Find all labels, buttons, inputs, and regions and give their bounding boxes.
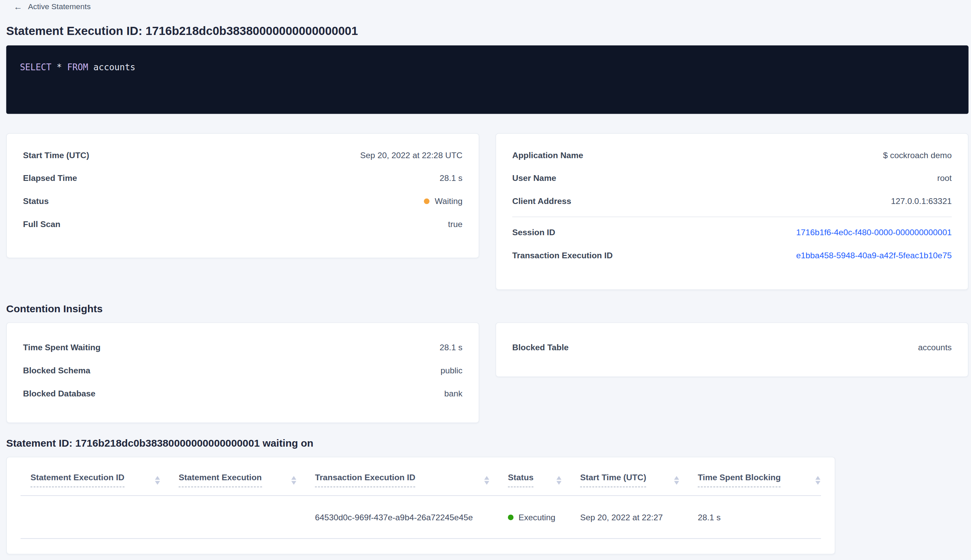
executing-status-dot-icon bbox=[508, 514, 514, 520]
sort-icon bbox=[674, 476, 679, 485]
contention-details-card: Time Spent Waiting 28.1 s Blocked Schema… bbox=[6, 322, 479, 423]
sort-icon bbox=[291, 476, 296, 485]
row-blocked-database: Blocked Database bank bbox=[7, 382, 479, 405]
cell-start-time: Sep 20, 2022 at 22:27 bbox=[580, 512, 698, 522]
contention-cards-row: Time Spent Waiting 28.1 s Blocked Schema… bbox=[6, 322, 968, 423]
row-start-time: Start Time (UTC) Sep 20, 2022 at 22:28 U… bbox=[7, 143, 479, 167]
row-label: Start Time (UTC) bbox=[23, 151, 89, 160]
cell-transaction-execution-id: 64530d0c-969f-437e-a9b4-26a72245e45e bbox=[315, 512, 508, 522]
row-label: Application Name bbox=[512, 151, 583, 160]
statement-id: 1716b218dc0b38380000000000000001 bbox=[75, 437, 260, 449]
session-details-card: Application Name $ cockroach demo User N… bbox=[496, 133, 968, 290]
waiting-status-dot-icon bbox=[424, 198, 430, 204]
cell-status: Executing bbox=[508, 512, 580, 522]
row-value: public bbox=[440, 366, 462, 375]
column-label: Time Spent Blocking bbox=[698, 473, 781, 487]
table-row-border bbox=[20, 538, 821, 539]
column-label: Statement Execution bbox=[179, 473, 262, 487]
column-label: Status bbox=[508, 473, 534, 487]
back-link-active-statements[interactable]: ← Active Statements bbox=[13, 2, 968, 13]
row-value: $ cockroach demo bbox=[883, 151, 952, 160]
heading-prefix: Statement ID: bbox=[6, 437, 75, 449]
row-elapsed-time: Elapsed Time 28.1 s bbox=[7, 167, 479, 190]
sql-text: * bbox=[51, 62, 67, 72]
row-label: Status bbox=[23, 197, 49, 206]
sql-text: accounts bbox=[88, 62, 135, 72]
sql-statement-box: SELECT * FROM accounts bbox=[6, 45, 968, 114]
page-title: Statement Execution ID: 1716b218dc0b3838… bbox=[6, 24, 968, 37]
column-label: Statement Execution ID bbox=[30, 473, 124, 487]
transaction-execution-id-link[interactable]: e1bba458-5948-40a9-a42f-5feac1b10e75 bbox=[796, 251, 952, 260]
row-label: User Name bbox=[512, 173, 556, 183]
row-client-address: Client Address 127.0.0.1:63321 bbox=[496, 190, 968, 213]
column-header-start-time[interactable]: Start Time (UTC) bbox=[580, 473, 698, 487]
row-transaction-execution-id: Transaction Execution ID e1bba458-5948-4… bbox=[496, 244, 968, 267]
status-value: Waiting bbox=[424, 197, 462, 206]
row-label: Client Address bbox=[512, 197, 571, 206]
row-value: accounts bbox=[918, 343, 952, 352]
status-text: Waiting bbox=[435, 197, 463, 206]
row-user-name: User Name root bbox=[496, 167, 968, 190]
row-value: 28.1 s bbox=[440, 173, 462, 183]
row-label: Elapsed Time bbox=[23, 173, 77, 183]
waiting-on-heading: Statement ID: 1716b218dc0b38380000000000… bbox=[6, 437, 968, 449]
row-label: Transaction Execution ID bbox=[512, 251, 613, 260]
row-blocked-schema: Blocked Schema public bbox=[7, 359, 479, 382]
table-header-row: Statement Execution ID Statement Executi… bbox=[7, 457, 834, 495]
statement-overview-card: Start Time (UTC) Sep 20, 2022 at 22:28 U… bbox=[6, 133, 479, 258]
column-header-statement-execution-id[interactable]: Statement Execution ID bbox=[30, 473, 179, 487]
waiting-statements-table: Statement Execution ID Statement Executi… bbox=[6, 457, 835, 555]
contention-insights-heading: Contention Insights bbox=[6, 303, 968, 314]
back-arrow-icon: ← bbox=[13, 2, 22, 11]
overview-cards-row: Start Time (UTC) Sep 20, 2022 at 22:28 U… bbox=[6, 133, 968, 290]
cell-time-spent-blocking: 28.1 s bbox=[698, 512, 834, 522]
row-label: Session ID bbox=[512, 228, 556, 237]
row-full-scan: Full Scan true bbox=[7, 213, 479, 236]
row-session-id: Session ID 1716b1f6-4e0c-f480-0000-00000… bbox=[496, 221, 968, 244]
row-value: Sep 20, 2022 at 22:28 UTC bbox=[360, 151, 462, 160]
page-content: ← Active Statements Statement Execution … bbox=[0, 0, 969, 554]
blocked-table-card: Blocked Table accounts bbox=[496, 322, 968, 377]
row-status: Status Waiting bbox=[7, 190, 479, 213]
card-divider bbox=[512, 217, 952, 217]
row-application-name: Application Name $ cockroach demo bbox=[496, 143, 968, 167]
row-label: Time Spent Waiting bbox=[23, 343, 100, 352]
column-label: Start Time (UTC) bbox=[580, 473, 646, 487]
row-value: root bbox=[938, 173, 952, 183]
row-blocked-table: Blocked Table accounts bbox=[496, 336, 968, 359]
table-row: 64530d0c-969f-437e-a9b4-26a72245e45e Exe… bbox=[7, 496, 834, 538]
column-header-time-spent-blocking[interactable]: Time Spent Blocking bbox=[698, 473, 834, 487]
breadcrumb-label: Active Statements bbox=[28, 2, 91, 11]
column-header-status[interactable]: Status bbox=[508, 473, 580, 487]
row-label: Blocked Table bbox=[512, 343, 569, 352]
sort-icon bbox=[155, 476, 160, 485]
row-value: 28.1 s bbox=[440, 343, 462, 352]
page-root: ← Active Statements Statement Execution … bbox=[0, 0, 971, 560]
row-value: true bbox=[448, 220, 463, 229]
sort-icon bbox=[556, 476, 562, 485]
row-label: Blocked Schema bbox=[23, 366, 90, 375]
heading-suffix: waiting on bbox=[260, 437, 314, 449]
row-value: 127.0.0.1:63321 bbox=[891, 197, 952, 206]
status-text: Executing bbox=[519, 512, 556, 522]
sql-keyword: FROM bbox=[67, 62, 88, 72]
column-label: Transaction Execution ID bbox=[315, 473, 415, 487]
row-label: Blocked Database bbox=[23, 389, 95, 398]
row-value: bank bbox=[444, 389, 462, 398]
sort-icon bbox=[816, 476, 821, 485]
session-id-link[interactable]: 1716b1f6-4e0c-f480-0000-000000000001 bbox=[796, 228, 952, 237]
row-time-spent-waiting: Time Spent Waiting 28.1 s bbox=[7, 336, 479, 359]
row-label: Full Scan bbox=[23, 220, 60, 229]
column-header-statement-execution[interactable]: Statement Execution bbox=[179, 473, 315, 487]
sort-icon bbox=[484, 476, 489, 485]
sql-keyword: SELECT bbox=[20, 62, 52, 72]
column-header-transaction-execution-id[interactable]: Transaction Execution ID bbox=[315, 473, 508, 487]
